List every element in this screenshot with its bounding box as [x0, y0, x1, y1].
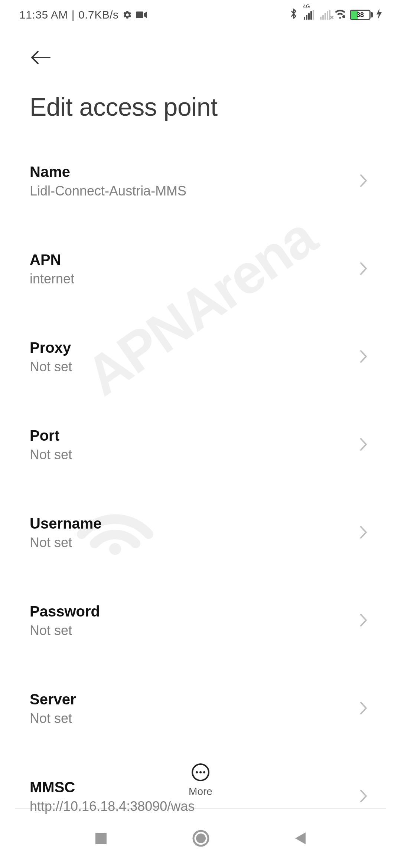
signal-sim1-icon: 4G [304, 10, 314, 20]
status-net-speed: 0.7KB/s [78, 9, 119, 21]
setting-username[interactable]: Username Not set [30, 499, 371, 569]
no-signal-x-icon: ✕ [330, 14, 334, 20]
chevron-right-icon [359, 789, 368, 805]
setting-server[interactable]: Server Not set [30, 675, 371, 745]
wifi-icon [334, 9, 346, 21]
setting-proxy[interactable]: Proxy Not set [30, 323, 371, 393]
status-bar: 11:35 AM | 0.7KB/s 4G [0, 0, 401, 30]
setting-password[interactable]: Password Not set [30, 587, 371, 657]
setting-value: Not set [30, 535, 101, 550]
status-time: 11:35 AM [19, 9, 68, 21]
camera-icon [136, 11, 147, 19]
setting-label: Username [30, 515, 101, 532]
setting-mms-proxy[interactable]: MMS proxy 10.16.18.77 [30, 851, 371, 868]
gear-icon [123, 10, 132, 20]
page-title: Edit access point [30, 92, 371, 121]
chevron-right-icon [359, 262, 368, 277]
setting-label: Port [30, 427, 72, 444]
network-4g-label: 4G [303, 3, 310, 9]
chevron-right-icon [359, 349, 368, 365]
setting-value: Not set [30, 447, 72, 463]
svg-rect-1 [136, 11, 143, 18]
more-button[interactable]: More [114, 760, 287, 798]
setting-label: Name [30, 164, 186, 180]
battery-percent: 38 [351, 11, 369, 19]
chevron-right-icon [359, 174, 368, 189]
bluetooth-icon [290, 8, 298, 22]
status-divider: | [72, 9, 75, 21]
setting-label: Proxy [30, 339, 72, 356]
setting-value: http://10.16.18.4:38090/was [30, 799, 195, 814]
svg-point-3 [342, 15, 345, 18]
setting-port[interactable]: Port Not set [30, 411, 371, 481]
setting-apn[interactable]: APN internet [30, 235, 371, 305]
back-button[interactable] [30, 50, 51, 65]
setting-value: Lidl-Connect-Austria-MMS [30, 183, 186, 199]
chevron-right-icon [359, 525, 368, 541]
chevron-right-icon [359, 437, 368, 453]
status-bar-right: 4G ✕ 38 [290, 8, 382, 22]
battery-icon: 38 [350, 10, 373, 20]
setting-value: internet [30, 271, 74, 287]
setting-label: Password [30, 603, 100, 620]
chevron-right-icon [359, 701, 368, 717]
fade-overlay [0, 746, 401, 760]
setting-label: APN [30, 251, 74, 268]
signal-sim2-icon: ✕ [320, 10, 330, 20]
chevron-right-icon [359, 613, 368, 629]
setting-value: Not set [30, 359, 72, 375]
more-icon [192, 763, 209, 781]
status-bar-left: 11:35 AM | 0.7KB/s [19, 9, 147, 21]
setting-name[interactable]: Name Lidl-Connect-Austria-MMS [30, 147, 371, 217]
setting-value: Not set [30, 711, 76, 726]
setting-value: Not set [30, 623, 100, 638]
more-label: More [189, 786, 212, 798]
charging-icon [376, 9, 382, 22]
setting-label: Server [30, 691, 76, 708]
